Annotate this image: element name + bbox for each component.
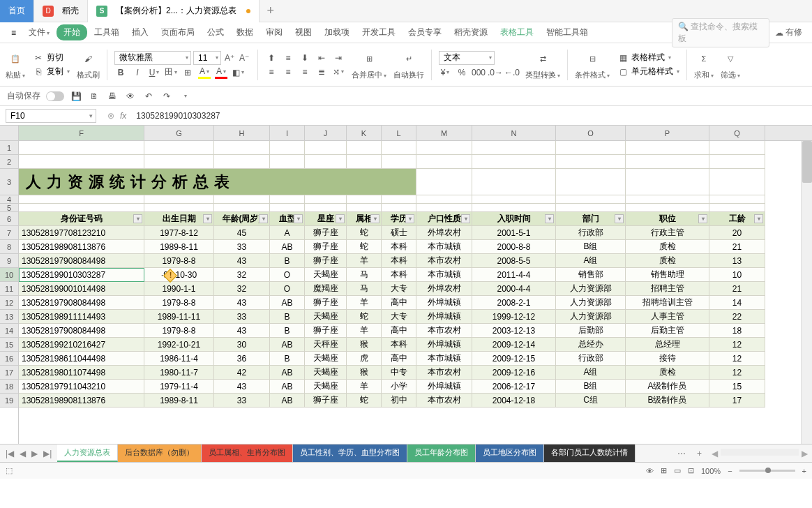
cell[interactable] bbox=[556, 169, 626, 195]
cell[interactable]: 蛇 bbox=[347, 240, 382, 254]
cell[interactable]: 质检 bbox=[626, 240, 709, 254]
cell[interactable]: 1977-8-12 bbox=[144, 226, 214, 240]
cell[interactable] bbox=[382, 195, 416, 204]
formatpainter-button[interactable]: 🖌格式刷 bbox=[77, 49, 100, 80]
zoom-in-icon[interactable]: + bbox=[802, 467, 806, 475]
cell[interactable] bbox=[144, 204, 214, 212]
cell[interactable]: 天蝎座 bbox=[305, 268, 347, 282]
numfmt-selector[interactable]: 文本 bbox=[439, 51, 495, 65]
cell[interactable] bbox=[144, 155, 214, 169]
cell[interactable]: 2008-2-1 bbox=[472, 296, 556, 310]
qat-redo-icon[interactable]: ↷ bbox=[160, 90, 173, 103]
italic-icon[interactable]: I bbox=[131, 66, 144, 79]
cell[interactable] bbox=[556, 204, 626, 212]
qat-print-icon[interactable]: 🖶 bbox=[106, 90, 119, 103]
cell[interactable]: 43 bbox=[214, 324, 270, 338]
cell[interactable]: 后勤部 bbox=[556, 324, 626, 338]
cell[interactable]: 本科 bbox=[382, 268, 416, 282]
cell[interactable]: 1999-12-12 bbox=[472, 310, 556, 324]
col-header-O[interactable]: O bbox=[556, 126, 626, 140]
cell[interactable]: AB bbox=[270, 366, 305, 380]
col-header-M[interactable]: M bbox=[416, 126, 472, 140]
menu-shared[interactable]: ☁ 有修 bbox=[771, 27, 806, 38]
cell[interactable]: 招聘主管 bbox=[626, 282, 709, 296]
row-header-6[interactable]: 6 bbox=[0, 212, 18, 226]
cell[interactable]: 130528198611044498 bbox=[19, 352, 144, 366]
cell[interactable] bbox=[214, 155, 270, 169]
cell[interactable]: 21 bbox=[709, 240, 765, 254]
cell[interactable]: 10 bbox=[709, 268, 765, 282]
cell[interactable]: 天秤座 bbox=[305, 338, 347, 352]
cell[interactable]: 羊 bbox=[347, 254, 382, 268]
menu-hamburger[interactable]: ≡ bbox=[6, 25, 22, 40]
sheettab-nav-2[interactable]: ▶ bbox=[31, 449, 38, 458]
align-just-icon[interactable]: ≣ bbox=[315, 66, 328, 78]
cell[interactable] bbox=[709, 204, 765, 212]
cell[interactable] bbox=[270, 155, 305, 169]
cell[interactable] bbox=[472, 204, 556, 212]
col-header-Q[interactable]: Q bbox=[709, 126, 765, 140]
cell[interactable]: 22 bbox=[709, 310, 765, 324]
cell[interactable] bbox=[416, 169, 472, 195]
cell[interactable]: 130528197908084498 bbox=[19, 324, 144, 338]
cell[interactable]: B bbox=[270, 352, 305, 366]
cell[interactable]: 2009-12-15 bbox=[472, 352, 556, 366]
cell[interactable] bbox=[19, 204, 144, 212]
cell[interactable] bbox=[556, 141, 626, 155]
cell[interactable]: B级制作员 bbox=[626, 394, 709, 408]
cell[interactable] bbox=[709, 155, 765, 169]
col-header-J[interactable]: J bbox=[305, 126, 347, 140]
cell[interactable]: 2006-12-17 bbox=[472, 380, 556, 394]
cell[interactable] bbox=[19, 155, 144, 169]
cell[interactable]: 蛇 bbox=[347, 310, 382, 324]
cell[interactable]: 行政部 bbox=[556, 352, 626, 366]
cell[interactable]: 12 bbox=[709, 338, 765, 352]
row-header-5[interactable]: 5 bbox=[0, 204, 18, 212]
cell[interactable]: 猴 bbox=[347, 338, 382, 352]
cell[interactable]: 130528198011074498 bbox=[19, 366, 144, 380]
sheet-tab-2[interactable]: 员工属相、生肖分布图 bbox=[202, 444, 293, 462]
cell[interactable]: 外埠农村 bbox=[416, 226, 472, 240]
menu-dkres[interactable]: 稻壳资源 bbox=[449, 24, 493, 41]
sheet-tab-1[interactable]: 后台数据库（勿删） bbox=[118, 444, 202, 462]
cell[interactable] bbox=[709, 169, 765, 195]
name-box[interactable]: F10 bbox=[6, 109, 96, 123]
fontsize-up-icon[interactable]: A⁺ bbox=[223, 52, 236, 64]
menu-sheettool[interactable]: 表格工具 bbox=[495, 24, 539, 41]
cell[interactable]: 蛇 bbox=[347, 226, 382, 240]
cell[interactable]: 本市农村 bbox=[416, 254, 472, 268]
cell[interactable] bbox=[270, 204, 305, 212]
cell[interactable]: 中专 bbox=[382, 366, 416, 380]
cell[interactable]: 本市城镇 bbox=[416, 240, 472, 254]
condfmt-button[interactable]: ⊟条件格式 bbox=[575, 49, 610, 80]
typeconv-button[interactable]: ⇄类型转换 bbox=[525, 49, 560, 80]
cell[interactable] bbox=[709, 141, 765, 155]
cell[interactable]: 高中 bbox=[382, 296, 416, 310]
cell[interactable]: 狮子座 bbox=[305, 254, 347, 268]
cell[interactable]: AB bbox=[270, 296, 305, 310]
cell[interactable]: 45 bbox=[214, 226, 270, 240]
row-header-16[interactable]: 16 bbox=[0, 352, 18, 366]
menu-insert[interactable]: 插入 bbox=[126, 24, 154, 41]
menu-member[interactable]: 会员专享 bbox=[403, 24, 447, 41]
cell[interactable] bbox=[347, 204, 382, 212]
cell[interactable]: 马 bbox=[347, 268, 382, 282]
cell[interactable]: 大专 bbox=[382, 310, 416, 324]
cell[interactable]: 130528197708123210 bbox=[19, 226, 144, 240]
cell[interactable]: 外埠城镇 bbox=[416, 310, 472, 324]
cell[interactable]: 130528198908113876 bbox=[19, 394, 144, 408]
cell[interactable] bbox=[416, 155, 472, 169]
cell[interactable]: 1989-8-11 bbox=[144, 240, 214, 254]
cell[interactable]: 14 bbox=[709, 296, 765, 310]
cell[interactable]: 血型 bbox=[270, 212, 305, 226]
menu-toolbox[interactable]: 工具箱 bbox=[89, 24, 125, 41]
cell[interactable] bbox=[416, 195, 472, 204]
cell[interactable]: 33 bbox=[214, 240, 270, 254]
col-header-K[interactable]: K bbox=[347, 126, 382, 140]
menu-smarttool[interactable]: 智能工具箱 bbox=[541, 24, 594, 41]
sheet-tab-4[interactable]: 员工年龄分布图 bbox=[407, 444, 476, 462]
cell[interactable]: 36 bbox=[214, 352, 270, 366]
zoom-slider[interactable] bbox=[739, 470, 795, 472]
qat-more-icon[interactable] bbox=[179, 90, 191, 103]
cell[interactable]: A组 bbox=[556, 366, 626, 380]
